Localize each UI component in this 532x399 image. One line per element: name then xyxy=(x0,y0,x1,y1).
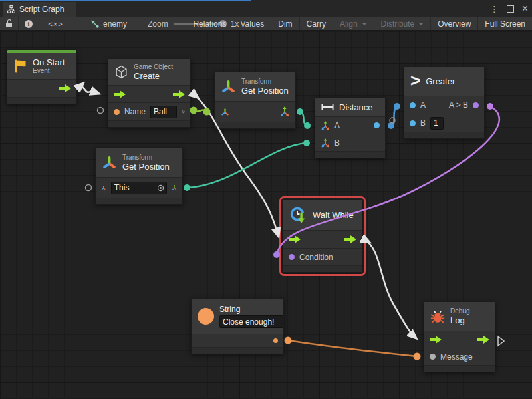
node-footer xyxy=(215,122,295,128)
node-title: Get Position xyxy=(122,162,170,172)
node-on-start[interactable]: On Start Event xyxy=(7,49,77,104)
node-title: Create xyxy=(134,71,173,82)
node-subtitle: Transform xyxy=(241,78,289,86)
caret-down-icon xyxy=(362,23,367,25)
object-picker-icon[interactable] xyxy=(157,184,164,192)
node-footer xyxy=(404,132,484,138)
graph-toolbar: i enemy Zoom 1x Relations Values Dim Car… xyxy=(0,17,532,31)
carry-button[interactable]: Carry xyxy=(300,17,333,30)
flow-out-port[interactable] xyxy=(477,336,489,344)
flag-icon xyxy=(13,59,27,74)
flow-in-port[interactable] xyxy=(114,90,126,98)
graph-icon xyxy=(90,19,99,28)
lock-icon xyxy=(6,23,12,27)
flow-out-port[interactable] xyxy=(59,84,71,92)
result-out-port[interactable] xyxy=(473,102,479,108)
name-value-field[interactable] xyxy=(150,106,177,118)
b-port-label: B xyxy=(334,138,340,148)
name-port-label: Name xyxy=(124,107,146,116)
tab-script-graph[interactable]: Script Graph xyxy=(3,2,76,17)
wait-while-icon xyxy=(289,206,307,224)
transform-icon xyxy=(102,155,117,170)
a-port-label: A xyxy=(334,121,340,130)
b-value-field[interactable] xyxy=(430,117,444,130)
fullscreen-button[interactable]: Full Screen xyxy=(478,17,532,30)
result-port-label: A > B xyxy=(449,100,468,110)
node-distance[interactable]: Distance A B xyxy=(315,97,386,158)
string-icon xyxy=(198,308,214,325)
node-subtitle: Event xyxy=(33,67,65,75)
condition-label: Condition xyxy=(299,253,333,262)
node-debug-log[interactable]: Debug Log Message xyxy=(424,301,495,372)
vector3-a-port[interactable] xyxy=(321,121,330,130)
transform-in-port[interactable] xyxy=(101,183,106,193)
node-title: String xyxy=(219,305,283,314)
node-create[interactable]: Game Object Create Name xyxy=(108,59,191,128)
values-button[interactable]: Values xyxy=(233,17,271,30)
node-subtitle: Debug xyxy=(450,307,469,315)
relations-button[interactable]: Relations xyxy=(186,17,233,30)
graph-name: enemy xyxy=(103,19,127,29)
message-label: Message xyxy=(440,352,473,362)
b-port-label: B xyxy=(420,118,426,128)
object-out-port[interactable] xyxy=(182,107,185,116)
graph-tab-icon xyxy=(7,5,15,13)
align-button[interactable]: Align xyxy=(333,17,374,30)
caret-down-icon xyxy=(418,23,424,25)
vector3-out-port[interactable] xyxy=(172,182,177,193)
node-title: Log xyxy=(450,315,469,326)
node-title: Distance xyxy=(339,102,373,112)
flow-out-port[interactable] xyxy=(173,90,185,98)
message-port[interactable] xyxy=(430,354,436,360)
a-port-label: A xyxy=(420,100,426,110)
maximize-icon[interactable] xyxy=(507,5,514,13)
vector3-out-port[interactable] xyxy=(279,106,290,117)
transform-icon xyxy=(221,79,236,94)
graph-breadcrumb[interactable]: enemy xyxy=(90,17,127,30)
tab-title: Script Graph xyxy=(19,5,64,14)
node-footer xyxy=(7,98,76,104)
node-footer xyxy=(315,152,385,158)
transform-in-port[interactable] xyxy=(220,107,230,117)
game-object-icon xyxy=(114,65,128,79)
node-get-position-1[interactable]: Transform Get Position xyxy=(214,72,296,129)
node-subtitle: Game Object xyxy=(134,63,173,71)
code-preview-button[interactable] xyxy=(39,17,72,30)
tab-bar: Script Graph xyxy=(0,0,532,17)
name-port[interactable] xyxy=(114,109,120,115)
node-title: Greater xyxy=(426,76,455,86)
distance-icon xyxy=(321,103,334,111)
close-icon[interactable] xyxy=(522,3,528,15)
a-in-port[interactable] xyxy=(410,102,416,108)
node-title: On Start xyxy=(33,57,65,68)
distance-out-port[interactable] xyxy=(374,122,380,128)
node-greater[interactable]: Greater A A > B B xyxy=(404,66,485,139)
code-icon xyxy=(48,19,63,29)
node-wait-while[interactable]: Wait While Condition xyxy=(283,200,362,273)
node-title: Get Position xyxy=(241,86,289,96)
flow-in-port[interactable] xyxy=(289,235,301,243)
zoom-label: Zoom xyxy=(148,19,168,29)
flow-out-port[interactable] xyxy=(344,235,356,243)
node-subtitle: Transform xyxy=(122,154,170,162)
condition-port[interactable] xyxy=(289,254,295,260)
string-out-port[interactable] xyxy=(273,338,278,343)
info-button[interactable]: i xyxy=(19,17,39,30)
lock-button[interactable] xyxy=(0,17,19,30)
overview-button[interactable]: Overview xyxy=(431,17,478,30)
kebab-menu-icon[interactable] xyxy=(490,3,499,15)
flow-in-port[interactable] xyxy=(430,336,442,344)
bug-icon xyxy=(430,309,445,324)
info-icon: i xyxy=(25,20,33,28)
node-get-position-2[interactable]: Transform Get Position xyxy=(95,148,183,205)
string-value-field[interactable] xyxy=(219,315,283,328)
node-title: Wait While xyxy=(313,210,354,220)
node-footer xyxy=(283,266,362,272)
distribute-button[interactable]: Distribute xyxy=(374,17,432,30)
node-footer xyxy=(424,366,495,372)
node-footer xyxy=(96,198,182,204)
node-string[interactable]: String xyxy=(191,298,284,354)
vector3-b-port[interactable] xyxy=(321,138,330,148)
dim-button[interactable]: Dim xyxy=(271,17,299,30)
b-in-port[interactable] xyxy=(410,120,416,126)
